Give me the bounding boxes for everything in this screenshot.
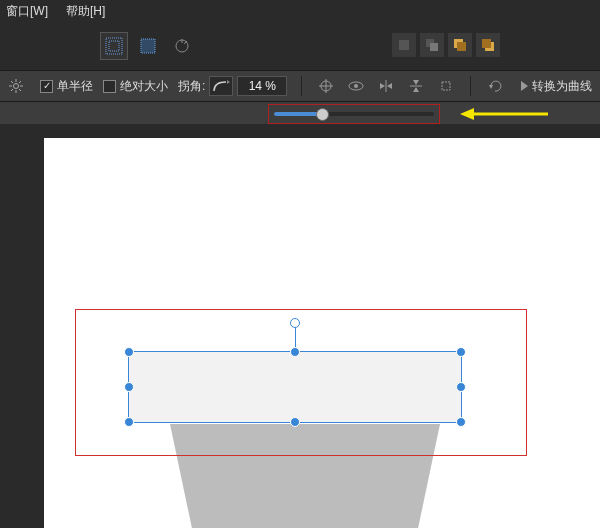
svg-rect-7 (399, 40, 409, 50)
svg-rect-0 (106, 38, 122, 54)
absolute-size-checkbox[interactable]: 绝对大小 (103, 78, 168, 95)
handle-top-left[interactable] (124, 347, 134, 357)
single-radius-label: 单半径 (57, 78, 93, 95)
svg-marker-31 (387, 83, 392, 89)
checkbox-icon (40, 80, 53, 93)
corner-slider-highlight (268, 104, 440, 124)
svg-marker-33 (413, 80, 419, 85)
single-radius-checkbox[interactable]: 单半径 (40, 78, 93, 95)
flip-v-icon[interactable] (406, 76, 426, 96)
annotation-arrow (460, 107, 550, 121)
handle-left-mid[interactable] (124, 382, 134, 392)
svg-line-22 (19, 81, 21, 83)
handle-top-mid[interactable] (290, 347, 300, 357)
menu-help[interactable]: 帮助[H] (66, 3, 105, 20)
svg-marker-30 (380, 83, 385, 89)
rotation-line (295, 327, 296, 347)
corner-percent-input[interactable]: 14 % (237, 76, 287, 96)
svg-rect-1 (109, 41, 119, 51)
corner-type-dropdown[interactable] (209, 76, 233, 96)
divider (301, 76, 302, 96)
svg-marker-38 (460, 108, 474, 120)
canvas-area (0, 124, 600, 528)
svg-point-14 (14, 84, 19, 89)
handle-bottom-right[interactable] (456, 417, 466, 427)
handle-right-mid[interactable] (456, 382, 466, 392)
align-icon-1[interactable] (392, 33, 416, 57)
svg-rect-9 (430, 43, 438, 51)
svg-rect-11 (457, 42, 466, 51)
svg-marker-23 (227, 80, 230, 84)
corner-percent-value: 14 % (249, 79, 276, 93)
svg-line-20 (19, 89, 21, 91)
svg-rect-2 (141, 39, 155, 53)
menu-window[interactable]: 窗口[W] (6, 3, 48, 20)
options-bar: 单半径 绝对大小 拐角: 14 % 转换为曲线 (0, 70, 600, 102)
show-hide-icon[interactable] (346, 76, 366, 96)
arrangement-icons (392, 33, 500, 57)
svg-point-28 (354, 84, 358, 88)
slider-thumb[interactable] (316, 108, 329, 121)
rotate-icon[interactable] (485, 76, 505, 96)
handle-bottom-left[interactable] (124, 417, 134, 427)
convert-label: 转换为曲线 (532, 78, 592, 95)
slider-fill (274, 112, 320, 116)
tool-icon-strip (0, 22, 600, 70)
divider (470, 76, 471, 96)
handle-bottom-mid[interactable] (290, 417, 300, 427)
corner-slider[interactable] (274, 112, 434, 116)
menubar: 窗口[W] 帮助[H] (0, 0, 600, 22)
transform-origin-icon[interactable] (316, 76, 336, 96)
gear-icon[interactable] (8, 78, 24, 94)
crop-icon[interactable] (436, 76, 456, 96)
corner-field: 拐角: 14 % (178, 76, 287, 96)
align-icon-2[interactable] (420, 33, 444, 57)
svg-marker-36 (489, 85, 493, 89)
svg-marker-34 (413, 87, 419, 92)
convert-to-curves-button[interactable]: 转换为曲线 (521, 78, 592, 95)
corner-label: 拐角: (178, 78, 205, 95)
svg-rect-13 (482, 39, 491, 48)
svg-line-21 (11, 89, 13, 91)
rotation-handle[interactable] (290, 318, 300, 328)
grid-icon[interactable] (100, 32, 128, 60)
grid-dense-icon[interactable] (134, 32, 162, 60)
selected-rectangle[interactable] (128, 351, 462, 423)
layer-backward-icon[interactable] (476, 33, 500, 57)
checkbox-icon (103, 80, 116, 93)
snap-icon[interactable] (168, 32, 196, 60)
layer-forward-icon[interactable] (448, 33, 472, 57)
handle-top-right[interactable] (456, 347, 466, 357)
play-icon (521, 81, 528, 91)
flip-h-icon[interactable] (376, 76, 396, 96)
slider-bar (0, 102, 600, 126)
absolute-size-label: 绝对大小 (120, 78, 168, 95)
svg-line-19 (11, 81, 13, 83)
svg-rect-35 (442, 82, 450, 90)
